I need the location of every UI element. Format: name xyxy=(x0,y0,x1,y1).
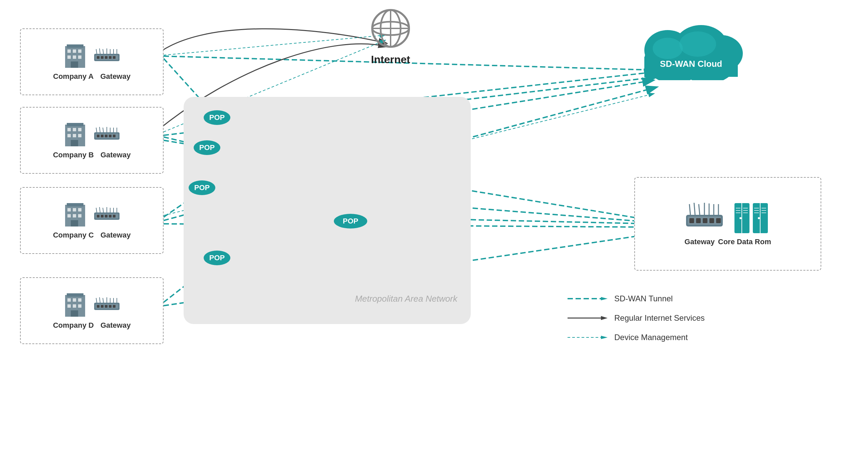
svg-rect-63 xyxy=(109,215,112,218)
svg-line-21 xyxy=(103,49,103,54)
svg-line-20 xyxy=(99,49,100,54)
dc-gateway-icon xyxy=(684,201,724,235)
man-box: Metropolitan Area Network xyxy=(184,97,471,324)
svg-rect-10 xyxy=(78,55,82,59)
svg-rect-86 xyxy=(109,305,112,308)
svg-rect-38 xyxy=(101,135,103,137)
company-c-gateway-label: Gateway xyxy=(100,231,131,239)
svg-point-106 xyxy=(653,38,683,59)
svg-rect-34 xyxy=(71,140,78,146)
svg-marker-142 xyxy=(601,297,608,300)
svg-rect-30 xyxy=(78,128,82,131)
svg-rect-28 xyxy=(67,128,71,131)
company-d-box: Company D Gateway xyxy=(20,277,163,344)
svg-line-65 xyxy=(96,208,97,212)
legend-device-mgmt: Device Management xyxy=(567,333,705,342)
company-c-box: Company C Gateway xyxy=(20,187,163,254)
svg-rect-83 xyxy=(97,305,99,308)
dc-box: Gateway Core Data Rom xyxy=(634,177,821,271)
company-c-router-icon xyxy=(93,206,120,223)
pop2-bubble: POP xyxy=(194,140,220,155)
dc-server-icon xyxy=(731,201,771,235)
svg-rect-62 xyxy=(105,215,107,218)
svg-marker-146 xyxy=(601,336,608,339)
globe-icon xyxy=(369,7,412,50)
legend: SD-WAN Tunnel Regular Internet Services … xyxy=(567,294,705,342)
svg-rect-64 xyxy=(113,215,116,218)
legend-device-mgmt-icon xyxy=(567,334,608,341)
company-b-box: Company B Gateway xyxy=(20,107,163,174)
svg-point-128 xyxy=(758,217,760,219)
company-b-gateway-label: Gateway xyxy=(100,151,131,159)
svg-rect-60 xyxy=(97,215,99,218)
legend-device-mgmt-label: Device Management xyxy=(614,333,688,342)
svg-rect-14 xyxy=(97,56,99,59)
legend-regular-internet-label: Regular Internet Services xyxy=(614,313,705,323)
company-a-router-icon xyxy=(93,48,120,64)
svg-rect-5 xyxy=(67,50,71,53)
svg-rect-15 xyxy=(101,56,103,59)
svg-rect-31 xyxy=(67,134,71,137)
svg-rect-4 xyxy=(67,45,84,48)
svg-line-90 xyxy=(103,298,103,303)
company-c-building-icon xyxy=(63,201,87,228)
company-b-name-label: Company B xyxy=(53,151,94,159)
company-b-router-icon xyxy=(93,126,120,143)
svg-rect-73 xyxy=(67,293,84,297)
svg-rect-52 xyxy=(73,208,76,211)
company-a-box: Company A Gateway xyxy=(20,28,163,95)
svg-rect-84 xyxy=(101,305,103,308)
svg-rect-78 xyxy=(73,304,76,308)
svg-point-107 xyxy=(679,31,716,57)
internet-label: Internet xyxy=(371,53,410,66)
svg-rect-8 xyxy=(67,55,71,59)
company-a-building-icon xyxy=(63,43,87,69)
svg-rect-61 xyxy=(101,215,103,218)
svg-rect-56 xyxy=(78,214,82,218)
svg-rect-87 xyxy=(113,305,116,308)
svg-line-89 xyxy=(99,297,100,303)
svg-rect-53 xyxy=(78,208,82,211)
svg-rect-41 xyxy=(113,135,116,137)
company-c-name-label: Company C xyxy=(53,231,94,239)
internet-section: Internet xyxy=(361,7,421,66)
sdwan-cloud-icon: SD-WAN Cloud xyxy=(634,20,748,80)
svg-line-117 xyxy=(694,203,695,215)
svg-rect-80 xyxy=(71,310,78,317)
svg-rect-57 xyxy=(71,220,78,227)
svg-rect-29 xyxy=(73,128,76,131)
company-a-gateway-label: Gateway xyxy=(100,72,130,81)
svg-rect-74 xyxy=(67,298,71,302)
pop1-bubble: POP xyxy=(204,110,230,125)
svg-rect-37 xyxy=(97,135,99,137)
svg-rect-32 xyxy=(73,134,76,137)
device-mgmt-a xyxy=(163,35,385,55)
svg-line-116 xyxy=(689,204,690,215)
svg-rect-76 xyxy=(78,298,82,302)
svg-rect-114 xyxy=(709,218,714,223)
company-d-name-label: Company D xyxy=(53,321,94,330)
legend-regular-internet: Regular Internet Services xyxy=(567,313,705,323)
svg-rect-27 xyxy=(67,123,84,126)
svg-rect-113 xyxy=(703,218,707,223)
svg-rect-111 xyxy=(689,218,694,223)
svg-rect-18 xyxy=(113,56,116,59)
svg-rect-17 xyxy=(109,56,112,59)
svg-line-42 xyxy=(96,127,97,132)
svg-rect-39 xyxy=(105,135,107,137)
pop5-bubble: POP xyxy=(204,251,230,265)
svg-rect-54 xyxy=(67,214,71,218)
regular-internet-a xyxy=(154,29,387,57)
svg-text:SD-WAN Cloud: SD-WAN Cloud xyxy=(660,59,722,69)
svg-point-127 xyxy=(740,217,741,219)
pop3-bubble: POP xyxy=(189,180,215,195)
svg-rect-40 xyxy=(109,135,112,137)
company-d-building-icon xyxy=(63,292,87,318)
svg-line-88 xyxy=(96,298,97,303)
svg-rect-7 xyxy=(78,50,82,53)
svg-line-43 xyxy=(99,127,100,132)
company-b-building-icon xyxy=(63,121,87,148)
legend-sdwan-tunnel-label: SD-WAN Tunnel xyxy=(614,294,673,303)
sdwan-cloud-section: SD-WAN Cloud xyxy=(634,20,748,87)
svg-line-19 xyxy=(96,49,97,54)
